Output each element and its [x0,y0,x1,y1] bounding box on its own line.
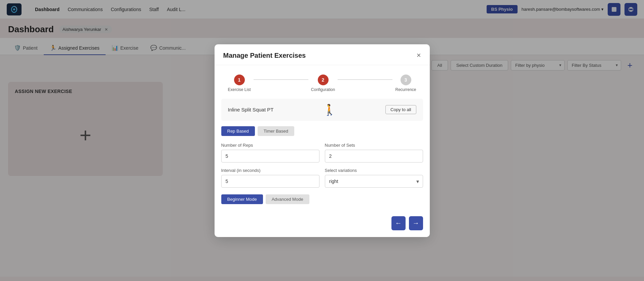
modal-back-button[interactable]: ← [391,216,406,230]
stepper: 1 Exercise List 2 Configuration 3 Recurr… [215,65,430,99]
step-line-1 [254,79,308,80]
exercise-form: Number of Reps Number of Sets Interval (… [215,143,430,194]
step-2-item: 2 Configuration [311,75,335,92]
step-3-label: Recurrence [395,87,416,92]
exercise-name: Inline Split Squat PT [228,107,274,112]
modal-next-button[interactable]: → [409,216,423,230]
step-1-circle: 1 [234,75,245,85]
variations-select[interactable]: right left both [325,175,423,188]
exercise-header: Inline Split Squat PT 🚶 Copy to all [221,99,423,121]
step-3-circle: 3 [401,75,411,85]
modal-overlay: Manage Patient Exercises × 1 Exercise Li… [0,0,644,281]
variations-label: Select variations [325,168,423,173]
modal-title: Manage Patient Exercises [223,52,306,59]
advanced-mode-tab[interactable]: Advanced Mode [266,194,309,204]
step-1-item: 1 Exercise List [228,75,251,92]
step-3-item: 3 Recurrence [395,75,416,92]
interval-input[interactable] [221,175,319,188]
step-line-2 [338,79,392,80]
reps-input[interactable] [221,150,319,162]
rep-based-tab[interactable]: Rep Based [221,126,255,136]
step-2-label: Configuration [311,87,335,92]
reps-label: Number of Reps [221,143,319,148]
interval-group: Interval (in seconds) [221,168,319,188]
modal-close-button[interactable]: × [417,52,421,59]
modal-header: Manage Patient Exercises × [215,44,430,65]
manage-patient-exercises-modal: Manage Patient Exercises × 1 Exercise Li… [215,44,430,237]
sets-group: Number of Sets [325,143,423,162]
modal-footer: ← → [215,211,430,237]
reps-group: Number of Reps [221,143,319,162]
beginner-mode-tab[interactable]: Beginner Mode [221,194,263,204]
exercise-figure-icon: 🚶 [323,103,336,116]
copy-to-all-button[interactable]: Copy to all [385,105,416,114]
step-1-label: Exercise List [228,87,251,92]
variations-group: Select variations right left both [325,168,423,188]
timer-based-tab[interactable]: Timer Based [258,126,294,136]
sets-input[interactable] [325,150,423,162]
step-2-circle: 2 [318,75,329,85]
variations-select-wrap: right left both [325,175,423,188]
sets-label: Number of Sets [325,143,423,148]
interval-label: Interval (in seconds) [221,168,319,173]
type-tabs: Rep Based Timer Based [221,126,423,136]
mode-tabs: Beginner Mode Advanced Mode [221,194,423,204]
